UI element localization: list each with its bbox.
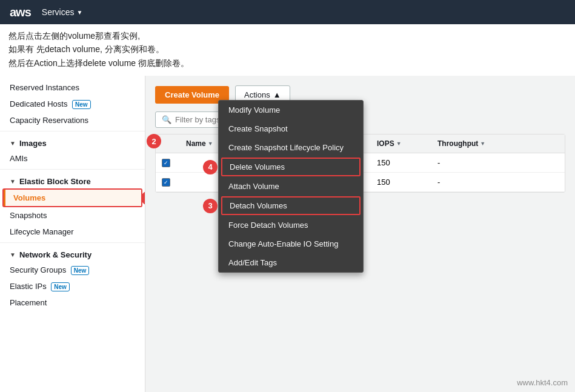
dropdown-item-add-edit-tags[interactable]: Add/Edit Tags [219,253,363,272]
services-nav[interactable]: Services ▼ [37,5,88,19]
dropdown-item-force-detach[interactable]: Force Detach Volumes [219,216,363,234]
annotation-block: 然后点击左侧的volume那查看实例, 如果有 先detach volume, … [0,24,575,76]
sidebar-item-reserved-instances[interactable]: Reserved Instances [0,79,145,96]
sidebar-section-images[interactable]: ▼ Images [0,134,145,150]
sidebar-item-security-groups[interactable]: Security Groups New [0,262,145,278]
sidebar-divider-1 [0,131,145,131]
sidebar-divider-3 [0,242,145,243]
dropdown-item-create-snapshot[interactable]: Create Snapshot [219,119,363,138]
annotation-line2: 如果有 先detach volume, 分离实例和卷。 [8,42,567,56]
sidebar-item-lifecycle-manager[interactable]: Lifecycle Manager [0,224,145,240]
watermark: www.hkt4.com [517,378,568,387]
sidebar-divider-2 [0,169,145,170]
sidebar-item-snapshots[interactable]: Snapshots [0,207,145,224]
dropdown-item-detach-volumes[interactable]: Detach Volumes 3 [221,196,361,215]
aws-logo: aws [10,5,31,19]
row-iops-2: 150 [377,178,437,187]
row-throughput-2: - [437,178,486,187]
dropdown-item-attach-volume[interactable]: Attach Volume [219,177,363,196]
sidebar-item-dedicated-hosts[interactable]: Dedicated Hosts New [0,96,145,112]
dropdown-item-modify-volume[interactable]: Modify Volume [219,101,363,119]
actions-chevron: ▲ [273,90,281,99]
sidebar-item-volumes[interactable]: Volumes [4,190,141,206]
sort-arrow-name: ▼ [208,141,213,147]
services-chevron: ▼ [77,9,83,16]
aws-navbar: aws Services ▼ [0,0,575,24]
annotation-line1: 然后点击左侧的volume那查看实例, [8,29,567,42]
dropdown-item-auto-enable-io[interactable]: Change Auto-Enable IO Setting [219,234,363,253]
elastic-ips-badge: New [51,282,70,291]
dedicated-hosts-badge: New [72,100,91,109]
row-throughput-1: - [437,158,486,167]
sidebar-section-network-security[interactable]: ▼ Network & Security [0,245,145,262]
annotation-num-4: 4 [203,160,218,174]
annotation-line3: 然后在Action上选择delete volume 彻底删除卷。 [8,56,567,70]
sidebar-item-elastic-ips[interactable]: Elastic IPs New [0,278,145,294]
sidebar-item-amis[interactable]: AMIs [0,150,145,167]
actions-label: Actions [244,90,270,99]
header-iops: IOPS ▼ [377,139,437,148]
header-throughput: Throughput ▼ [437,139,486,148]
actions-dropdown: Modify Volume Create Snapshot Create Sna… [218,100,364,273]
dropdown-item-delete-volumes[interactable]: Delete Volumes 4 [221,158,361,176]
row-iops-1: 150 [377,158,437,167]
sidebar-item-capacity-reservations[interactable]: Capacity Reservations [0,112,145,128]
sidebar-section-ebs[interactable]: ▼ Elastic Block Store [0,172,145,188]
sort-arrow-throughput: ▼ [480,141,485,147]
annotation-num-3: 3 [203,199,218,213]
main-layout: Reserved Instances Dedicated Hosts New C… [0,76,575,392]
triangle-icon-ebs: ▼ [10,178,16,185]
dropdown-item-create-snapshot-lifecycle[interactable]: Create Snapshot Lifecycle Policy [219,138,363,157]
triangle-icon: ▼ [10,140,16,147]
annotation-num-2: 2 [147,134,161,148]
sidebar: Reserved Instances Dedicated Hosts New C… [0,76,145,392]
triangle-icon-network: ▼ [10,251,16,258]
row-checkbox-1[interactable] [162,159,170,167]
aws-logo-text: aws [10,5,31,19]
services-label: Services [42,7,75,17]
sidebar-item-placement[interactable]: Placement [0,294,145,311]
search-icon: 🔍 [162,115,171,124]
sort-arrow-iops: ▼ [396,141,402,147]
row-checkbox-2[interactable] [162,178,170,187]
volumes-outlined-box: Volumes [2,188,142,207]
security-groups-badge: New [71,266,90,275]
content-area: Create Volume Actions ▲ 2 🔍 Name ▼ Volum… [145,76,575,392]
